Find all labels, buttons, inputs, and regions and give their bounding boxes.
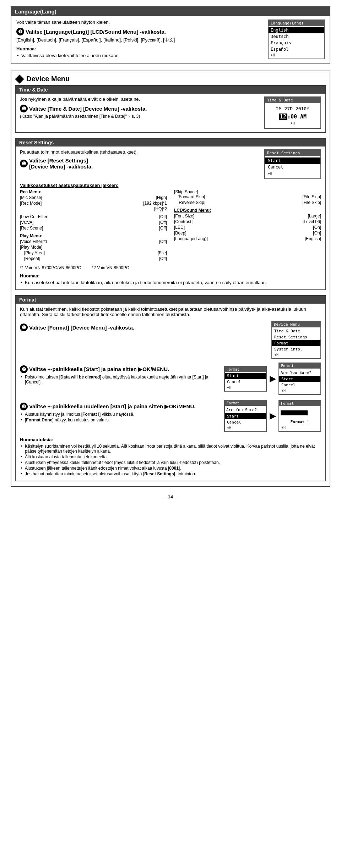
time-lcd-icon: ♦H <box>267 121 318 125</box>
lang-item-1: Deutsch <box>269 33 324 40</box>
step1-circle-rs: ❶ <box>20 160 28 167</box>
time-date-intro: Jos nykyinen aika ja päivämäärä eivät ol… <box>20 96 259 102</box>
lang-item-2: Français <box>269 40 324 46</box>
lcd-row-3: [Beep][On] <box>174 231 321 236</box>
reset-settings-layout: Palauttaa toiminnot oletusasetuksiinsa (… <box>20 149 321 179</box>
dm-item-3: System info. <box>272 346 320 352</box>
format-progress <box>281 410 308 415</box>
reset-note-list: Kun asetukset palautetaan lähtötilaan, a… <box>20 280 321 285</box>
settings-row-4: [VCVA][Off] <box>20 220 167 225</box>
dm-item-icon: ♦H <box>272 352 320 358</box>
fmt3-lcd-l-header: Format <box>225 400 266 406</box>
format-step2-title: ❷ Valitse +-painikkeella [Start] ja pain… <box>20 365 219 373</box>
reset-lcd-body: Start Cancel ♦H <box>265 156 320 178</box>
settings-row-0: [Mic Sense][High] <box>20 195 167 200</box>
language-section: Language(Lang) Voit valita tämän sanelul… <box>11 6 330 64</box>
lang-item-3: Español <box>269 46 324 52</box>
fmt-lcd-icon: ♦H <box>225 385 266 390</box>
dm-item-0: Time & Date <box>272 328 320 334</box>
format-step1-title: ❶ Valitse [Format] [Device Menu] -valiko… <box>20 324 266 331</box>
format-step3-note1: Alustus käynnistyy ja ilmoitus [Format !… <box>20 412 219 417</box>
reset-item-cancel: Cancel <box>265 164 320 170</box>
fmt3-bottom-label: Format ! <box>279 419 320 425</box>
format-step2-note: Poistoilmoituksen [Data will be cleared]… <box>20 375 219 385</box>
format-step2-left: ❷ Valitse +-painikkeella [Start] ja pain… <box>20 363 219 385</box>
fmt3-item-cancel: Cancel <box>225 419 266 425</box>
reset-lcd-header: Reset Settings <box>265 150 320 156</box>
format-step3-right: Format Are You Sure? Start Cancel ♦H ▶ F… <box>224 400 321 432</box>
lcd-row-4: [Language(Lang)][English] <box>174 236 321 241</box>
page-number: – 14 – <box>164 494 177 499</box>
dm-item-2: Format <box>272 340 320 346</box>
arrow-icon-2: ▶ <box>270 411 276 421</box>
format-step3-title: ❸ Valitse +-painikkeella uudelleen [Star… <box>20 403 219 410</box>
format-intro: Kun alustat tallentimen, kaikki tiedosto… <box>20 306 321 317</box>
time-date-header: Time & Date <box>16 86 325 94</box>
fmt-item-cancel: Cancel <box>225 379 266 385</box>
fmt-item-start-r: Start <box>279 376 320 382</box>
footnote-2: *2 Vain VN-8500PC <box>92 265 129 270</box>
format-note-1: Älä koskaan alusta tallenninta tietokone… <box>20 454 321 459</box>
step1-circle: ❶ <box>16 28 24 35</box>
dm-item-1: Reset Settings <box>272 334 320 340</box>
reset-note-label: Huomaa: <box>20 273 40 278</box>
device-menu-box: Device Menu Time & Date Jos nykyinen aik… <box>11 71 330 487</box>
settings-row-9: [Repeat][Off] <box>20 256 167 261</box>
format-step2-lcd-right: Format Are You Sure? Start Cancel ♦H <box>278 363 321 395</box>
time-date-content: Jos nykyinen aika ja päivämäärä eivät ol… <box>16 94 325 132</box>
language-lcd-header: Language(Lang) <box>269 20 324 26</box>
reset-settings-intro: Palauttaa toiminnot oletusasetuksiinsa (… <box>20 149 259 155</box>
format-step1-right: Device Menu Time & Date Reset Settings F… <box>271 321 321 359</box>
time-date-lcd: Time & Date 2M 27D 2010Y 12:00 AM ♦H <box>264 96 321 129</box>
device-menu-lcd-header: Device Menu <box>272 321 320 327</box>
format-note-3: Alustuksen jälkeen tallennettujen ääniti… <box>20 466 321 471</box>
rec-menu-title: Rec Menu: <box>20 189 167 194</box>
language-header: Language(Lang) <box>11 7 330 16</box>
time-date-line1: 2M 27D 2010Y <box>267 106 318 111</box>
format-step2-right: Format Start Cancel ♦H ▶ Format Are You … <box>224 363 321 395</box>
fmt3-lcd-icon: ♦H <box>225 425 266 431</box>
language-intro: Voit valita tämän sanelulaitteen näytön … <box>16 20 261 25</box>
diamond-icon <box>15 74 24 83</box>
format-notes-section: Huomautuksia: Käsittelyn suorittaminen v… <box>20 437 321 476</box>
language-step1: ❶ Valitse [Language(Lang)] [LCD/Sound Me… <box>16 28 261 35</box>
language-lcd: Language(Lang) English Deutsch Français … <box>268 20 325 59</box>
fmt-lcd-icon-r: ♦H <box>279 388 320 393</box>
settings-row-6: [Voice Filter]*1[Off] <box>20 239 167 244</box>
time-date-step1-title: Valitse [Time & Date] [Device Menu] -val… <box>29 106 147 112</box>
fmt3-lcd-l-body: Are You Sure? Start Cancel ♦H <box>225 406 266 431</box>
time-date-left: Jos nykyinen aika ja päivämäärä eivät ol… <box>20 96 259 119</box>
format-note-4: Jos haluat palauttaa toimintoasetukset o… <box>20 471 321 476</box>
reset-settings-section: Reset Settings Palauttaa toiminnot oletu… <box>15 138 326 290</box>
time-date-line2: 12:00 AM <box>267 114 318 120</box>
settings-right-col: [Skip Space] [Forward Skip][File Skip] [… <box>174 189 321 262</box>
footnote-1: *1 Vain VN-8700PC/VN-8600PC <box>20 265 81 270</box>
page-footer: – 14 – <box>11 494 330 499</box>
language-content: Voit valita tämän sanelulaitteen näytön … <box>11 16 330 63</box>
fmt-areyousure: Are You Sure? <box>279 369 320 376</box>
fmt-item-start: Start <box>225 373 266 379</box>
reset-lcd-icon: ♦H <box>265 170 320 177</box>
skip-row-0: [Forward Skip][File Skip] <box>174 194 321 199</box>
fmt3-lcd-icon-r: ♦H <box>279 425 320 430</box>
format-notes-title: Huomautuksia: <box>20 437 321 442</box>
time-date-step1-sub: (Katso "Ajan ja päivämäärän asettaminen … <box>20 114 259 119</box>
format-note-0: Käsittelyn suorittaminen voi kestää yli … <box>20 444 321 454</box>
format-header: Format <box>16 296 325 304</box>
play-menu-title: Play Menu: <box>20 233 167 238</box>
device-menu-lcd: Device Menu Time & Date Reset Settings F… <box>271 321 321 359</box>
reset-lcd: Reset Settings Start Cancel ♦H <box>264 149 321 179</box>
lcd-row-2: [LED][On] <box>174 225 321 230</box>
device-menu-lcd-body: Time & Date Reset Settings Format System… <box>272 327 320 358</box>
reset-settings-content: Palauttaa toiminnot oletusasetuksiinsa (… <box>16 146 325 289</box>
time-hour: 12 <box>279 114 287 120</box>
fmt3-item-start: Start <box>225 413 266 419</box>
format-content: Kun alustat tallentimen, kaikki tiedosto… <box>16 304 325 481</box>
settings-table-section: Valikkoasetukset asetuspalautuksen jälke… <box>20 183 321 285</box>
format-step3: ❸ Valitse +-painikkeella uudelleen [Star… <box>20 400 321 432</box>
step1-circle-fmt: ❶ <box>20 324 28 331</box>
reset-item-start: Start <box>265 157 320 164</box>
arrow-icon: ▶ <box>270 374 276 383</box>
fmt-lcd-l-body: Start Cancel ♦H <box>225 372 266 391</box>
time-date-lcd-header: Time & Date <box>265 97 320 103</box>
